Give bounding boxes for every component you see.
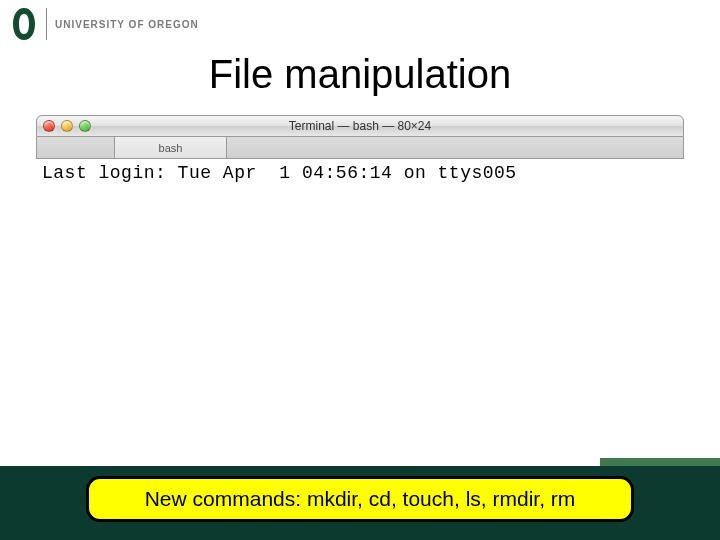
tab-spacer — [37, 137, 115, 158]
commands-callout: New commands: mkdir, cd, touch, ls, rmdi… — [86, 476, 634, 522]
zoom-icon[interactable] — [79, 120, 91, 132]
minimize-icon[interactable] — [61, 120, 73, 132]
page-title: File manipulation — [0, 52, 720, 97]
divider — [46, 8, 47, 40]
tab-bash[interactable]: bash — [115, 137, 227, 158]
university-name: UNIVERSITY OF OREGON — [55, 19, 199, 30]
close-icon[interactable] — [43, 120, 55, 132]
terminal-window: Terminal — bash — 80×24 bash Last login:… — [36, 115, 684, 187]
terminal-output-line: Last login: Tue Apr 1 04:56:14 on ttys00… — [42, 163, 678, 183]
window-controls — [43, 120, 91, 132]
terminal-body: Last login: Tue Apr 1 04:56:14 on ttys00… — [36, 159, 684, 187]
oregon-logo-icon — [10, 6, 38, 42]
header: UNIVERSITY OF OREGON — [0, 0, 720, 46]
terminal-tabbar: bash — [36, 137, 684, 159]
terminal-titlebar: Terminal — bash — 80×24 — [36, 115, 684, 137]
window-title: Terminal — bash — 80×24 — [37, 119, 683, 133]
